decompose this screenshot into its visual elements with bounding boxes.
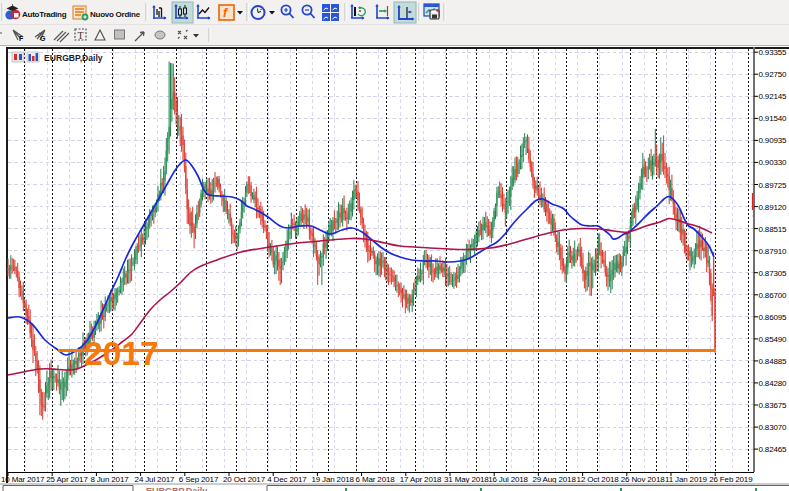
svg-text:0.86700: 0.86700 [759, 291, 788, 300]
svg-text:0.84885: 0.84885 [759, 357, 788, 366]
svg-text:AutoTrading: AutoTrading [22, 10, 67, 19]
svg-text:0.88515: 0.88515 [759, 225, 788, 234]
svg-text:0.83675: 0.83675 [759, 401, 788, 410]
svg-text:0.87305: 0.87305 [759, 269, 788, 278]
svg-text:0.92145: 0.92145 [759, 92, 788, 101]
svg-text:0.89725: 0.89725 [759, 181, 788, 190]
svg-text:0.89120: 0.89120 [759, 203, 788, 212]
svg-text:0.82465: 0.82465 [759, 445, 788, 454]
svg-text:2017: 2017 [84, 335, 159, 372]
svg-text:0.90330: 0.90330 [759, 158, 788, 167]
svg-text:0.87910: 0.87910 [759, 247, 788, 256]
svg-text:0.92750: 0.92750 [759, 70, 788, 79]
svg-text:0.90935: 0.90935 [759, 136, 788, 145]
svg-text:EURGBP,Daily: EURGBP,Daily [44, 53, 103, 63]
svg-text:0.91540: 0.91540 [759, 114, 788, 123]
svg-text:0.86095: 0.86095 [759, 313, 788, 322]
svg-text:EURGBP,Daily: EURGBP,Daily [146, 486, 207, 491]
svg-text:0.84280: 0.84280 [759, 379, 788, 388]
svg-text:Nuovo Ordine: Nuovo Ordine [90, 10, 141, 19]
svg-text:G: G [40, 35, 46, 42]
svg-text:0.85490: 0.85490 [759, 335, 788, 344]
svg-text:0.93355: 0.93355 [759, 48, 788, 57]
svg-text:F: F [19, 35, 24, 42]
svg-text:T: T [78, 30, 84, 41]
svg-text:0.83070: 0.83070 [759, 423, 788, 432]
